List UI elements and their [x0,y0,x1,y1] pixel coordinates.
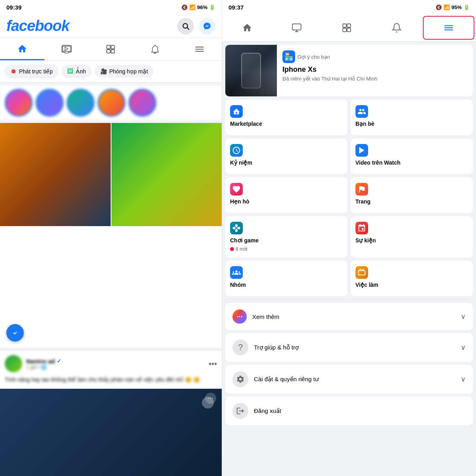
see-more-left: Xem thêm [232,309,279,324]
product-card[interactable]: 🏪 Gợi ý cho bạn Iphone Xs Đã niêm yết và… [225,45,473,96]
story-5[interactable] [129,89,156,117]
story-1[interactable] [5,89,33,117]
gaming-badge: 8 mới [230,246,343,252]
watch-card[interactable]: Video trên Watch [351,138,473,174]
right-nav-video[interactable] [272,16,322,40]
nav-menu[interactable] [177,38,222,60]
fab-button[interactable] [6,324,24,342]
room-button[interactable]: 🎥 Phòng họp mặt [95,65,154,78]
photo-icon: 🖼 [67,68,73,75]
settings-chevron: ∨ [461,375,466,384]
battery-right: 95% [451,4,462,10]
settings-icon [232,371,248,387]
more-options-button[interactable]: ••• [209,359,217,369]
logout-item[interactable]: Đăng xuất [225,397,473,425]
dating-label: Hẹn hò [230,198,343,205]
status-icons-right: 🔇 📶 95% 🔋 [436,4,470,10]
friends-card[interactable]: Bạn bè [351,100,473,135]
pages-card[interactable]: Trang [351,177,473,213]
svg-point-21 [241,316,242,317]
product-sub: Đã niêm yết vào Thứ Hai tại Hồ Chí Minh [282,75,467,83]
search-button[interactable] [177,18,194,35]
product-tag-row: 🏪 Gợi ý cho bạn [282,50,467,63]
post-user-row: Nanino ad ✓ 1 giờ • 🌐 ••• [0,351,222,374]
right-nav-grid[interactable] [322,16,372,40]
avatar [5,355,22,372]
right-nav-bell[interactable] [372,16,422,40]
dating-menu-icon [230,183,243,196]
friends-menu-icon [355,105,368,118]
live-button[interactable]: ⏺ Phát trực tiếp [5,65,58,78]
story-4[interactable] [98,89,125,117]
groups-menu-icon [230,266,243,279]
photo-button[interactable]: 🖼 Ảnh [61,65,92,78]
svg-point-9 [12,329,19,336]
verified-icon: ✓ [57,358,61,364]
post-text: Tính năng hay tao không thể làm cho thấy… [0,374,222,387]
user-name-text: Nanino ad [26,358,55,365]
divider-1 [225,299,473,300]
product-image [225,45,277,96]
room-icon: 🎥 [100,68,107,75]
messenger-button[interactable] [199,18,215,35]
post-bottom-image: ⋯ [0,389,222,476]
pages-label: Trang [355,198,468,205]
user-name: Nanino ad ✓ [26,358,205,365]
see-more-icon [232,309,247,324]
help-item[interactable]: ? Trợ giúp & hỗ trợ ∨ [225,333,473,362]
svg-rect-5 [111,50,115,53]
nav-home[interactable] [0,38,44,60]
svg-line-1 [187,27,189,29]
live-label: Phát trực tiếp [19,68,53,75]
right-nav-menu[interactable] [423,16,474,40]
svg-rect-14 [347,28,351,32]
nav-grid[interactable] [89,38,133,60]
bottom-menu: Xem thêm ∨ ? Trợ giúp & hỗ trợ ∨ [222,303,476,428]
menu-row-2: Kỷ niệm Video trên Watch [222,135,476,174]
status-bar-right: 09:37 🔇 📶 95% 🔋 [222,0,476,14]
fb-logo: facebook [6,17,69,35]
right-panel: 09:37 🔇 📶 95% 🔋 [222,0,476,476]
marketplace-card[interactable]: Marketplace [225,100,347,135]
product-tag: Gợi ý cho bạn [298,54,330,60]
post-image-2 [111,123,222,226]
gaming-card[interactable]: Chơi game 8 mới [225,216,347,257]
nav-video[interactable] [44,38,89,60]
nav-bell[interactable] [133,38,177,60]
status-icons-left: 🔇 📶 96% 🔋 [181,4,215,10]
battery-left: 96% [197,4,207,10]
logout-left: Đăng xuất [232,403,281,419]
see-more-label: Xem thêm [252,313,279,320]
live-icon: ⏺ [10,68,17,75]
gaming-label: Chơi game [230,237,343,244]
dating-card[interactable]: Hẹn hò [225,177,347,213]
right-nav-home[interactable] [222,16,272,40]
watch-menu-icon [355,144,368,157]
fb-header-icons [177,18,215,35]
menu-row-4: Chơi game 8 mới Sự kiện [222,213,476,257]
help-icon: ? [232,340,248,355]
story-3[interactable] [67,89,94,117]
help-label: Trợ giúp & hỗ trợ [254,344,299,351]
marketplace-label: Marketplace [230,120,343,127]
settings-left: Cài đặt & quyền riêng tư [232,371,319,387]
events-menu-icon [355,222,368,234]
see-more-item[interactable]: Xem thêm ∨ [225,303,473,330]
svg-rect-3 [111,45,115,49]
left-panel: 09:39 🔇 📶 96% 🔋 facebook [0,0,222,476]
settings-item[interactable]: Cài đặt & quyền riêng tư ∨ [225,365,473,393]
fb-nav [0,38,222,61]
memory-card[interactable]: Kỷ niệm [225,138,347,174]
svg-point-20 [239,316,240,317]
story-2[interactable] [36,89,63,117]
post-card-2: Nanino ad ✓ 1 giờ • 🌐 ••• Tính năng hay … [0,351,222,476]
action-bar: ⏺ Phát trực tiếp 🖼 Ảnh 🎥 Phòng họp mặt [0,61,222,83]
gaming-menu-icon [230,222,243,234]
events-card[interactable]: Sự kiện [351,216,473,257]
feed-post-1 [0,123,222,348]
groups-card[interactable]: Nhóm [225,261,347,296]
svg-point-19 [237,316,238,317]
fb-header: facebook [0,14,222,38]
jobs-card[interactable]: Việc làm [351,261,473,296]
friends-label: Bạn bè [355,120,468,127]
